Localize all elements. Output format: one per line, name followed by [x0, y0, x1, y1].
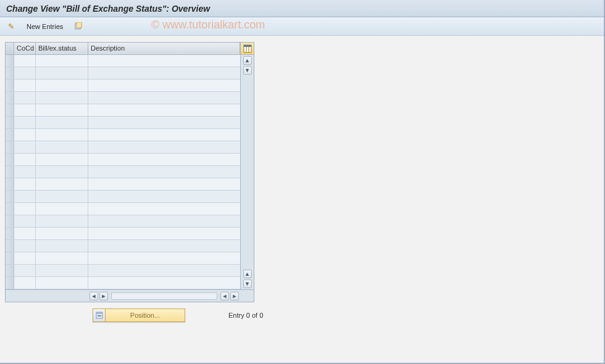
cell-description[interactable]: [88, 141, 240, 153]
table-row[interactable]: [6, 178, 240, 191]
cell-description[interactable]: [88, 215, 240, 227]
row-selector[interactable]: [6, 252, 14, 264]
cell-description[interactable]: [88, 166, 240, 178]
cell-bill-status[interactable]: [36, 117, 88, 128]
scroll-down-icon[interactable]: ▼: [243, 66, 252, 75]
column-header-description[interactable]: Description: [88, 43, 240, 54]
cell-description[interactable]: [88, 203, 240, 215]
cell-cocd[interactable]: [14, 117, 36, 128]
cell-cocd[interactable]: [14, 178, 36, 190]
table-row[interactable]: [6, 92, 240, 104]
scroll-left-icon[interactable]: ◄: [90, 292, 98, 300]
cell-bill-status[interactable]: [36, 92, 88, 104]
cell-description[interactable]: [88, 117, 240, 128]
new-entries-button[interactable]: New Entries: [22, 20, 67, 33]
table-row[interactable]: [6, 265, 240, 277]
cell-description[interactable]: [88, 277, 240, 289]
cell-bill-status[interactable]: [36, 166, 88, 178]
row-selector[interactable]: [6, 178, 14, 190]
cell-cocd[interactable]: [14, 228, 36, 239]
cell-bill-status[interactable]: [36, 277, 88, 289]
cell-bill-status[interactable]: [36, 55, 88, 67]
cell-bill-status[interactable]: [36, 67, 88, 79]
row-selector[interactable]: [6, 215, 14, 227]
cell-cocd[interactable]: [14, 141, 36, 153]
cell-description[interactable]: [88, 104, 240, 116]
cell-bill-status[interactable]: [36, 178, 88, 190]
scroll-up-icon[interactable]: ▲: [243, 56, 252, 65]
cell-description[interactable]: [88, 265, 240, 276]
table-row[interactable]: [6, 277, 240, 289]
row-selector[interactable]: [6, 129, 14, 141]
cell-bill-status[interactable]: [36, 203, 88, 215]
column-header-cocd[interactable]: CoCd: [14, 43, 36, 54]
cell-description[interactable]: [88, 240, 240, 252]
row-selector[interactable]: [6, 228, 14, 239]
copy-as-button[interactable]: [71, 20, 86, 33]
cell-cocd[interactable]: [14, 104, 36, 116]
cell-cocd[interactable]: [14, 240, 36, 252]
cell-bill-status[interactable]: [36, 129, 88, 141]
row-selector[interactable]: [6, 55, 14, 67]
cell-cocd[interactable]: [14, 252, 36, 264]
cell-bill-status[interactable]: [36, 104, 88, 116]
cell-cocd[interactable]: [14, 166, 36, 178]
cell-description[interactable]: [88, 92, 240, 104]
row-selector[interactable]: [6, 154, 14, 165]
cell-cocd[interactable]: [14, 67, 36, 79]
table-row[interactable]: [6, 55, 240, 67]
cell-bill-status[interactable]: [36, 80, 88, 91]
table-row[interactable]: [6, 129, 240, 141]
row-selector[interactable]: [6, 67, 14, 79]
toggle-change-button[interactable]: ✎: [5, 20, 19, 33]
table-row[interactable]: [6, 67, 240, 80]
cell-bill-status[interactable]: [36, 252, 88, 264]
table-row[interactable]: [6, 228, 240, 240]
row-selector[interactable]: [6, 191, 14, 202]
row-selector[interactable]: [6, 104, 14, 116]
table-row[interactable]: [6, 240, 240, 252]
scroll-left2-icon[interactable]: ◄: [220, 292, 229, 300]
row-selector[interactable]: [6, 240, 14, 252]
cell-cocd[interactable]: [14, 154, 36, 165]
position-button[interactable]: Position...: [93, 308, 185, 322]
table-settings-button[interactable]: [240, 43, 254, 54]
cell-bill-status[interactable]: [36, 141, 88, 153]
cell-cocd[interactable]: [14, 203, 36, 215]
table-row[interactable]: [6, 252, 240, 265]
column-header-bill-status[interactable]: Bill/ex.status: [36, 43, 88, 54]
row-selector[interactable]: [6, 203, 14, 215]
table-row[interactable]: [6, 104, 240, 117]
row-selector[interactable]: [6, 117, 14, 128]
cell-description[interactable]: [88, 178, 240, 190]
cell-cocd[interactable]: [14, 92, 36, 104]
table-row[interactable]: [6, 191, 240, 203]
row-selector[interactable]: [6, 80, 14, 91]
cell-description[interactable]: [88, 191, 240, 202]
cell-cocd[interactable]: [14, 129, 36, 141]
row-selector[interactable]: [6, 265, 14, 276]
cell-bill-status[interactable]: [36, 240, 88, 252]
cell-description[interactable]: [88, 154, 240, 165]
cell-bill-status[interactable]: [36, 228, 88, 239]
table-row[interactable]: [6, 154, 240, 166]
row-selector[interactable]: [6, 141, 14, 153]
cell-description[interactable]: [88, 55, 240, 67]
cell-cocd[interactable]: [14, 80, 36, 91]
scroll-down2-icon[interactable]: ▼: [243, 279, 252, 288]
cell-cocd[interactable]: [14, 191, 36, 202]
cell-cocd[interactable]: [14, 55, 36, 67]
scroll-right2-icon[interactable]: ►: [230, 292, 239, 300]
horizontal-scrollbar[interactable]: ◄ ► ◄ ►: [6, 289, 254, 302]
table-row[interactable]: [6, 215, 240, 228]
table-row[interactable]: [6, 166, 240, 178]
cell-bill-status[interactable]: [36, 265, 88, 276]
scroll-up2-icon[interactable]: ▲: [243, 270, 252, 278]
select-all-handle[interactable]: [6, 43, 14, 54]
cell-description[interactable]: [88, 228, 240, 239]
cell-bill-status[interactable]: [36, 154, 88, 165]
row-selector[interactable]: [6, 92, 14, 104]
cell-description[interactable]: [88, 129, 240, 141]
table-row[interactable]: [6, 80, 240, 92]
cell-cocd[interactable]: [14, 215, 36, 227]
